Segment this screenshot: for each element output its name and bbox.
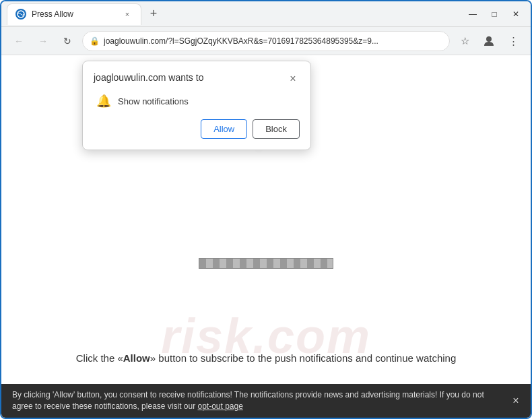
allow-button[interactable]: Allow (201, 119, 247, 139)
bottom-bar-text: By clicking 'Allow' button, you consent … (12, 390, 484, 411)
profile-button[interactable] (479, 32, 498, 51)
loading-bar (199, 258, 333, 269)
browser-window: Press Allow × + — □ ✕ ← → ↻ 🔒 joaglouwul… (0, 0, 532, 419)
lock-icon: 🔒 (90, 36, 100, 46)
bell-icon: 🔔 (96, 94, 111, 108)
close-button[interactable]: ✕ (506, 5, 525, 24)
tab-title: Press Allow (32, 9, 117, 19)
active-tab[interactable]: Press Allow × (7, 3, 141, 25)
menu-button[interactable]: ⋮ (504, 32, 523, 51)
url-text: joaglouwulin.com/?l=SGgjOZqyKKVBAxR&s=70… (104, 36, 442, 46)
forward-button[interactable]: → (34, 32, 53, 51)
tab-favicon (15, 9, 26, 20)
address-bar: ← → ↻ 🔒 joaglouwulin.com/?l=SGgjOZqyKKVB… (1, 27, 531, 55)
title-bar: Press Allow × + — □ ✕ (1, 1, 531, 27)
back-button[interactable]: ← (9, 32, 28, 51)
popup-buttons: Allow Block (94, 119, 300, 139)
popup-title: joaglouwulin.com wants to (94, 72, 203, 83)
tab-close-button[interactable]: × (122, 9, 133, 20)
block-button[interactable]: Block (253, 119, 300, 139)
minimize-button[interactable]: — (463, 5, 482, 24)
reload-button[interactable]: ↻ (58, 32, 77, 51)
window-controls: — □ ✕ (463, 5, 525, 24)
bottom-bar-close-button[interactable]: × (508, 393, 524, 409)
notification-popup: joaglouwulin.com wants to × 🔔 Show notif… (82, 61, 311, 150)
popup-header: joaglouwulin.com wants to × (94, 72, 300, 86)
popup-notification-row: 🔔 Show notifications (94, 94, 300, 108)
svg-point-1 (486, 36, 492, 42)
bottom-notification-bar: By clicking 'Allow' button, you consent … (1, 384, 531, 418)
maximize-button[interactable]: □ (485, 5, 504, 24)
instruction-text: Click the «Allow» button to subscribe to… (1, 352, 531, 364)
loading-bar-container (199, 258, 333, 269)
new-tab-button[interactable]: + (144, 5, 163, 24)
opt-out-link[interactable]: opt-out page (197, 401, 242, 411)
bookmark-button[interactable]: ☆ (455, 32, 474, 51)
url-bar[interactable]: 🔒 joaglouwulin.com/?l=SGgjOZqyKKVBAxR&s=… (82, 31, 450, 51)
tab-area: Press Allow × + (7, 3, 461, 25)
notification-label: Show notifications (118, 96, 189, 106)
popup-close-button[interactable]: × (286, 72, 300, 86)
page-content: risk.com Click the «Allow» button to sub… (1, 55, 531, 418)
